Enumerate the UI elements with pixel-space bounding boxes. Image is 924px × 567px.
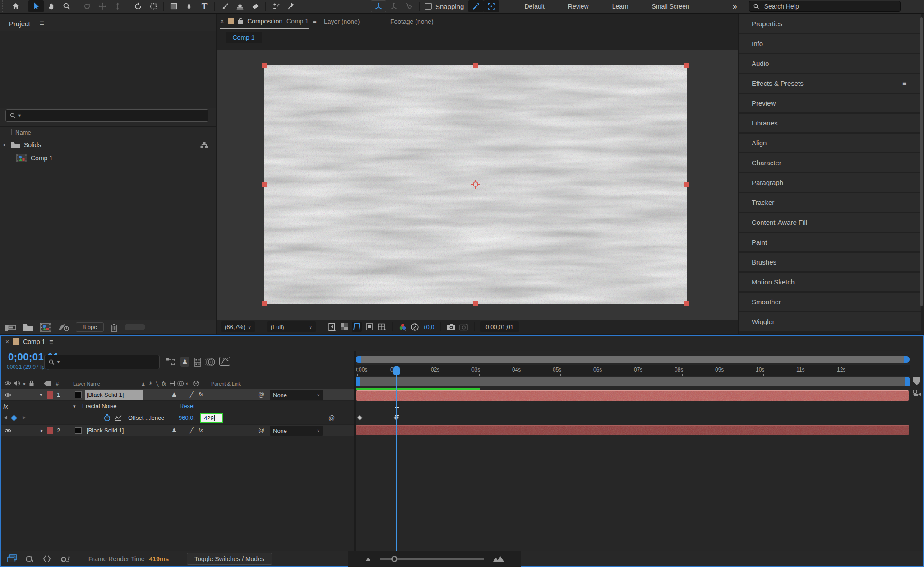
snapping-features-toggle[interactable] <box>484 0 499 12</box>
motion-blur-toggle[interactable] <box>205 358 216 367</box>
zoom-slider-knob[interactable] <box>391 556 397 562</box>
project-item-label[interactable]: Solids <box>24 141 41 149</box>
comp-marker-bin-icon[interactable] <box>913 376 921 386</box>
panel-tab-align[interactable]: Align <box>739 134 921 152</box>
transparency-grid-icon[interactable] <box>340 323 348 331</box>
clone-stamp-tool[interactable] <box>232 0 248 12</box>
timeline-graph-area[interactable]: 0:00s 01s 02s 03s 04s 05s 06s 07s 08s 09… <box>356 351 910 551</box>
collapse-effect-chevron[interactable]: ▾ <box>73 404 76 409</box>
orbit-camera-tool[interactable] <box>79 0 95 12</box>
trash-icon[interactable] <box>110 323 118 332</box>
type-tool[interactable]: T <box>197 0 212 12</box>
panel-tab-preview[interactable]: Preview <box>739 94 921 112</box>
rectangle-tool[interactable] <box>166 0 181 12</box>
layer-fx-toggle[interactable]: fx <box>199 391 203 398</box>
property-value-x[interactable]: 960,0, <box>179 414 195 421</box>
project-columns-header[interactable]: Name <box>0 126 216 138</box>
new-folder-icon[interactable] <box>23 323 33 331</box>
puppet-pin-tool[interactable] <box>283 0 299 12</box>
panel-tab-paint[interactable]: Paint <box>739 233 921 251</box>
effect-reset-link[interactable]: Reset <box>180 403 195 409</box>
workspace-learn[interactable]: Learn <box>601 3 640 10</box>
close-tab-icon[interactable]: × <box>220 18 224 25</box>
dolly-camera-tool[interactable] <box>110 0 125 12</box>
bit-depth-button[interactable]: 8 bpc <box>76 322 104 332</box>
channels-icon[interactable] <box>398 323 407 331</box>
roto-brush-tool[interactable] <box>268 0 283 12</box>
parent-link-column-header[interactable]: Parent & Link <box>211 381 241 386</box>
layer-quality-toggle[interactable]: ╱ <box>190 427 194 433</box>
effect-group-row[interactable]: fx ▾ Fractal Noise Reset <box>1 401 354 413</box>
expand-layer-chevron[interactable]: ▸ <box>41 428 43 433</box>
selection-tool[interactable] <box>28 0 44 12</box>
project-panel-menu-icon[interactable]: ≡ <box>40 19 44 28</box>
timeline-search-input[interactable]: ▼ <box>44 355 160 369</box>
expand-chevron-icon[interactable]: ▸ <box>4 142 6 147</box>
unlocked-icon[interactable] <box>238 18 243 24</box>
panel-tab-content-aware-fill[interactable]: Content-Aware Fill <box>739 213 921 232</box>
proxy-toggle-icon[interactable] <box>58 323 69 332</box>
preview-timecode[interactable]: 0;00;01;01 <box>480 321 519 332</box>
property-value-edit-field[interactable]: 429 <box>200 413 223 423</box>
layer-shy-toggle[interactable]: ♟ <box>171 427 177 434</box>
layer-row-2[interactable]: ▸ 2 [Black Solid 1] ♟ ╱ fx @ None ∨ <box>1 424 354 436</box>
handle-top-right[interactable] <box>684 63 689 68</box>
composition-tab-label[interactable]: Composition <box>247 18 282 25</box>
handle-bottom-right[interactable] <box>684 301 689 306</box>
mask-visibility-toggle[interactable] <box>352 322 362 332</box>
snapping-checkbox[interactable] <box>425 3 432 10</box>
workspace-default[interactable]: Default <box>513 3 556 10</box>
local-axis-mode-toggle[interactable] <box>371 0 386 12</box>
prev-keyframe-button[interactable]: ◀ <box>4 415 7 420</box>
snapping-edges-toggle[interactable] <box>468 0 484 12</box>
composition-canvas[interactable] <box>264 65 687 304</box>
parent-pickwhip-icon[interactable]: @ <box>258 391 264 398</box>
world-axis-mode-toggle[interactable] <box>386 0 402 12</box>
project-item-label[interactable]: Comp 1 <box>31 154 53 162</box>
resolution-dropdown[interactable]: (Full) ∨ <box>267 321 316 332</box>
layer-name-selected[interactable]: [Black Solid 1] <box>85 390 143 400</box>
panel-tab-wiggler[interactable]: Wiggler <box>739 312 921 331</box>
panel-tab-tracker[interactable]: Tracker <box>739 193 921 212</box>
panel-tab-brushes[interactable]: Brushes <box>739 253 921 271</box>
layer-name-column-header[interactable]: Layer Name <box>73 381 100 386</box>
playhead-handle[interactable] <box>393 366 400 375</box>
layer-tab[interactable]: Layer (none) <box>324 18 360 25</box>
playhead-line[interactable] <box>396 374 397 551</box>
viewer-menu-icon[interactable]: ≡ <box>313 17 317 25</box>
panel-menu-icon[interactable]: ≡ <box>902 79 906 88</box>
time-ruler[interactable]: 0:00s 01s 02s 03s 04s 05s 06s 07s 08s 09… <box>356 365 910 376</box>
zoom-out-frames-icon[interactable] <box>364 556 372 562</box>
toggle-switches-modes-button[interactable]: Toggle Switches / Modes <box>187 553 272 565</box>
parent-pickwhip-icon[interactable]: @ <box>258 427 264 434</box>
work-area-start-handle[interactable] <box>356 377 360 386</box>
home-button[interactable] <box>8 0 23 12</box>
footage-tab[interactable]: Footage (none) <box>390 18 434 25</box>
region-of-interest-icon[interactable] <box>365 323 374 331</box>
anchor-point-icon[interactable] <box>470 179 481 190</box>
toolbar-grip[interactable] <box>2 0 8 12</box>
exposure-value[interactable]: +0,0 <box>423 324 434 330</box>
solid-color-swatch[interactable] <box>75 427 82 434</box>
workspace-review[interactable]: Review <box>556 3 601 10</box>
mini-flowchart-icon[interactable] <box>166 358 176 367</box>
panel-resizer-pill[interactable] <box>125 324 145 330</box>
scrollbar-right-cap[interactable] <box>904 356 910 363</box>
project-row-solids[interactable]: ▸ Solids <box>0 139 216 151</box>
composition-tab-comp-name[interactable]: Comp 1 <box>286 18 309 25</box>
video-visibility-toggle[interactable] <box>5 392 11 398</box>
magnification-dropdown[interactable]: (66,7%) ∨ <box>221 321 255 332</box>
solid-color-swatch[interactable] <box>75 391 82 398</box>
layer-switches-pane-toggle[interactable] <box>7 554 17 564</box>
name-column-header[interactable]: Name <box>15 129 31 136</box>
snapshot-camera-icon[interactable] <box>447 323 456 331</box>
frame-blending-toggle[interactable] <box>194 358 201 367</box>
viewer-subtab-comp1[interactable]: Comp 1 <box>226 32 262 43</box>
interpret-footage-icon[interactable] <box>5 323 16 332</box>
new-composition-icon[interactable] <box>40 323 51 332</box>
panel-tab-libraries[interactable]: Libraries <box>739 114 921 132</box>
parent-dropdown[interactable]: None ∨ <box>270 390 323 400</box>
rotation-tool[interactable] <box>130 0 146 12</box>
shy-toggle[interactable]: ♟ <box>180 357 189 367</box>
timeline-menu-icon[interactable]: ≡ <box>49 338 53 345</box>
